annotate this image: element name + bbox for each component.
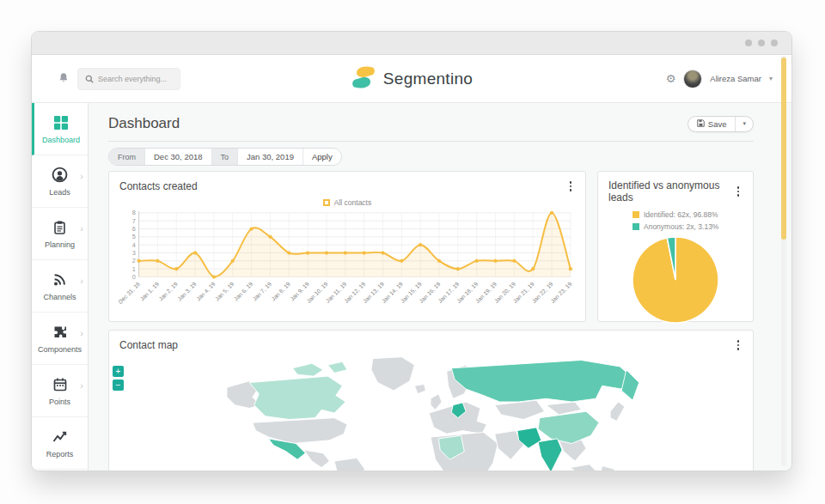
map-zoom-out-button[interactable]: − bbox=[113, 380, 124, 391]
map-country[interactable] bbox=[495, 400, 545, 419]
map-country[interactable] bbox=[414, 384, 425, 393]
gear-icon[interactable]: ⚙ bbox=[666, 72, 676, 85]
map-country-canada[interactable] bbox=[293, 363, 323, 376]
legend-label: All contacts bbox=[334, 198, 371, 207]
to-label: To bbox=[212, 149, 238, 165]
pie-chart-legend: Identified: 62x, 96.88% Anonymous: 2x, 3… bbox=[632, 210, 753, 231]
sidebar-item-label: Dashboard bbox=[42, 136, 80, 144]
legend-item-identified[interactable]: Identified: 62x, 96.88% bbox=[632, 210, 753, 219]
svg-text:Jan 1, 19: Jan 1, 19 bbox=[138, 280, 160, 301]
save-button-label: Save bbox=[708, 119, 727, 129]
avatar[interactable] bbox=[683, 70, 702, 88]
chevron-right-icon: › bbox=[80, 276, 83, 286]
map-country-russia[interactable] bbox=[451, 360, 632, 402]
kebab-menu-icon[interactable] bbox=[566, 179, 576, 193]
date-range-filter: From Dec 30, 2018 To Jan 30, 2019 Apply bbox=[108, 148, 342, 166]
svg-text:Jan 2, 19: Jan 2, 19 bbox=[157, 280, 179, 301]
svg-text:7: 7 bbox=[132, 216, 136, 224]
svg-text:3: 3 bbox=[132, 249, 136, 257]
sidebar-item-leads[interactable]: › Leads bbox=[32, 155, 88, 208]
caret-down-icon[interactable]: ▾ bbox=[769, 75, 773, 82]
map-country[interactable] bbox=[601, 465, 615, 471]
svg-text:0: 0 bbox=[132, 273, 136, 281]
svg-text:Jan 5, 19: Jan 5, 19 bbox=[214, 280, 235, 301]
svg-text:8: 8 bbox=[132, 209, 136, 216]
map-zoom-in-button[interactable]: + bbox=[113, 366, 124, 377]
map-country[interactable] bbox=[371, 356, 414, 390]
svg-text:1: 1 bbox=[132, 264, 136, 272]
svg-text:Jan 3, 19: Jan 3, 19 bbox=[176, 280, 198, 301]
legend-swatch bbox=[323, 199, 330, 206]
legend-swatch bbox=[632, 223, 639, 230]
map-country-china[interactable] bbox=[538, 411, 599, 443]
svg-text:6: 6 bbox=[132, 225, 136, 233]
map-country-canada[interactable] bbox=[328, 361, 347, 373]
svg-text:Jan 6, 19: Jan 6, 19 bbox=[233, 280, 254, 301]
chevron-right-icon: › bbox=[80, 171, 83, 181]
contacts-line-chart: 012345678Dec 31, 18Jan 1, 19Jan 2, 19Jan… bbox=[119, 209, 576, 319]
save-icon bbox=[697, 119, 705, 129]
world-map[interactable] bbox=[109, 354, 753, 472]
map-country[interactable] bbox=[610, 402, 625, 421]
card-title: Contacts created bbox=[119, 180, 198, 192]
window-titlebar bbox=[32, 32, 791, 55]
user-icon bbox=[52, 167, 68, 184]
window-control-dot[interactable] bbox=[745, 39, 752, 46]
sidebar-item-channels[interactable]: › Channels bbox=[32, 260, 88, 313]
map-country[interactable] bbox=[304, 450, 330, 468]
map-country[interactable] bbox=[431, 393, 442, 410]
map-country[interactable] bbox=[334, 458, 364, 471]
leads-pie-chart bbox=[600, 233, 751, 325]
calendar-icon bbox=[52, 376, 68, 393]
window-control-dot[interactable] bbox=[771, 39, 778, 46]
grid-icon bbox=[53, 114, 69, 131]
map-body: + − bbox=[109, 354, 753, 472]
kebab-menu-icon[interactable] bbox=[734, 338, 743, 352]
page-title: Dashboard bbox=[108, 115, 180, 132]
brand-name: Segmentino bbox=[383, 70, 473, 88]
sidebar-item-dashboard[interactable]: Dashboard bbox=[32, 103, 88, 155]
sidebar-item-points[interactable]: › Points bbox=[32, 365, 88, 417]
legend-item-anonymous[interactable]: Anonymous: 2x, 3.13% bbox=[632, 222, 753, 231]
kebab-menu-icon[interactable] bbox=[734, 185, 743, 198]
save-button[interactable]: Save bbox=[688, 117, 736, 131]
user-name[interactable]: Alireza Samar bbox=[710, 74, 761, 83]
map-country-india[interactable] bbox=[538, 438, 562, 471]
map-country-canada[interactable] bbox=[249, 376, 345, 419]
sidebar-item-label: Leads bbox=[49, 188, 70, 197]
line-chart-legend[interactable]: All contacts bbox=[109, 198, 585, 207]
main-content: Dashboard Save ▾ From Dec 30, 2018 To Ja… bbox=[89, 103, 791, 471]
puzzle-icon bbox=[52, 324, 68, 341]
svg-text:Jan 4, 19: Jan 4, 19 bbox=[195, 280, 217, 301]
to-date-field[interactable]: Jan 30, 2019 bbox=[237, 149, 303, 165]
sidebar-item-label: Channels bbox=[43, 293, 76, 301]
chevron-right-icon: › bbox=[80, 380, 83, 391]
svg-text:Jan 8, 19: Jan 8, 19 bbox=[270, 280, 291, 301]
svg-text:Jan 7, 19: Jan 7, 19 bbox=[251, 280, 272, 301]
caret-down-icon: ▾ bbox=[742, 120, 746, 127]
header-divider bbox=[108, 141, 754, 142]
save-dropdown-button[interactable]: ▾ bbox=[735, 117, 753, 131]
chevron-right-icon: › bbox=[80, 328, 83, 338]
svg-text:Dec 31, 18: Dec 31, 18 bbox=[119, 280, 141, 304]
scrollbar-thumb[interactable] bbox=[781, 58, 786, 240]
brand-logo-icon bbox=[351, 64, 376, 94]
apply-button[interactable]: Apply bbox=[303, 149, 341, 165]
from-date-field[interactable]: Dec 30, 2018 bbox=[144, 149, 212, 165]
sidebar-item-components[interactable]: › Components bbox=[32, 313, 88, 365]
map-country[interactable] bbox=[253, 417, 347, 443]
chevron-right-icon: › bbox=[80, 223, 83, 234]
sidebar-item-label: Planning bbox=[45, 240, 75, 249]
window-control-dot[interactable] bbox=[758, 39, 765, 46]
identified-vs-anonymous-card: Identified vs anonymous leads Identified… bbox=[597, 171, 754, 322]
svg-text:4: 4 bbox=[132, 240, 136, 248]
sidebar-item-label: Points bbox=[49, 398, 70, 406]
sidebar-item-reports[interactable]: Reports bbox=[32, 417, 88, 470]
legend-label: Identified: 62x, 96.88% bbox=[644, 210, 718, 219]
sidebar-item-label: Components bbox=[38, 345, 82, 354]
map-country[interactable] bbox=[570, 464, 597, 471]
card-title: Contact map bbox=[119, 339, 178, 351]
svg-text:2: 2 bbox=[132, 257, 136, 264]
save-button-group: Save ▾ bbox=[688, 116, 754, 132]
sidebar-item-planning[interactable]: › Planning bbox=[32, 208, 88, 260]
